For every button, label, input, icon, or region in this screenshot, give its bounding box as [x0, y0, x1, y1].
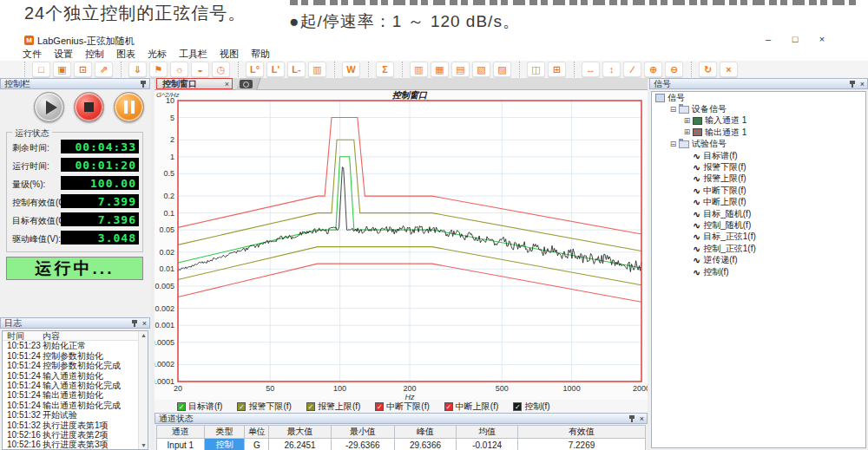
legend-checkbox-icon[interactable]: ✓ — [237, 402, 246, 411]
legend-item[interactable]: ✓中断下限(f) — [375, 401, 429, 413]
tab-close-icon[interactable]: × — [225, 79, 229, 89]
refresh-button[interactable]: ↻ — [699, 62, 717, 77]
legend-checkbox-icon[interactable]: ✓ — [513, 402, 522, 411]
channel-cell: -29.6366 — [331, 439, 394, 450]
tree-item-device-signals[interactable]: ⊟设备信号 — [652, 103, 865, 114]
cursor-horizontal-button[interactable]: ↔ — [582, 62, 600, 77]
tree-item-target-spectrum[interactable]: ∿目标谱(f) — [652, 150, 865, 161]
cursor-slope-button[interactable]: ∕ — [623, 62, 641, 77]
pause-button[interactable] — [114, 92, 144, 122]
close-button[interactable]: × — [816, 34, 828, 44]
channel-col-header: 均值 — [457, 426, 518, 439]
bar-graph-edit-button[interactable]: ▧ — [472, 62, 490, 77]
menu-item-charts[interactable]: 图表 — [116, 48, 135, 61]
tree-item-abort-lower[interactable]: ∿中断下限(f) — [652, 185, 865, 196]
collapse-icon[interactable]: ⊟ — [669, 140, 677, 148]
schedule-clock-button[interactable]: ◷ — [212, 62, 230, 77]
zoom-in-button[interactable]: ⊕ — [644, 62, 662, 77]
legend-item[interactable]: ✓目标谱(f) — [177, 401, 222, 413]
layout-windows-button[interactable]: ◫ — [527, 62, 545, 77]
menu-item-toolbars[interactable]: 工具栏 — [179, 48, 207, 61]
tree-item-inverse-transfer[interactable]: ∿逆传递(f) — [652, 254, 865, 265]
scroll-down-icon[interactable]: ▼ — [141, 442, 147, 448]
tree-item-control-sine1[interactable]: ∿控制_正弦1(f) — [652, 243, 865, 254]
pin-icon[interactable] — [849, 81, 856, 88]
log-time: 10:51:32 — [3, 410, 43, 420]
open-button[interactable]: ⊡ — [74, 62, 92, 77]
menu-item-settings[interactable]: 设置 — [54, 48, 73, 61]
settings-gear-button[interactable]: ☼ — [170, 62, 188, 77]
tree-item-control-random[interactable]: ∿控制_随机(f) — [652, 219, 865, 231]
tree-item-control-signal[interactable]: ∿控制(f) — [652, 266, 865, 277]
export-button[interactable]: ⇗ — [95, 62, 113, 77]
tree-item-target-random[interactable]: ∿目标_随机(f) — [652, 208, 865, 219]
sigma-sum-button[interactable]: Σ — [376, 62, 394, 77]
cursor-vertical-button[interactable]: ↕ — [602, 62, 621, 77]
new-file-button[interactable]: □ — [32, 62, 50, 77]
legend-checkbox-icon[interactable]: ✓ — [444, 402, 453, 411]
tree-item-label: 信号 — [667, 92, 685, 104]
copy-window-button[interactable]: ▥ — [308, 62, 326, 77]
tree-item-output-channel-1[interactable]: ⊞输出通道 1 — [652, 127, 865, 138]
start-button[interactable] — [34, 92, 64, 122]
note-rate: ●起/停速率：1 ～ 120 dB/s。 — [289, 10, 520, 33]
zoom-out-button[interactable]: ⊖ — [665, 62, 683, 77]
scroll-up-icon[interactable]: ▲ — [141, 332, 147, 338]
layout-grid-button[interactable]: ⊞ — [548, 62, 566, 77]
menu-item-view[interactable]: 视图 — [220, 48, 239, 61]
tree-item-alarm-lower[interactable]: ∿报警下限(f) — [652, 161, 865, 173]
menu-item-cursor[interactable]: 光标 — [148, 48, 167, 61]
legend-item[interactable]: ✓报警上限(f) — [306, 401, 360, 413]
tree-item-test-signals[interactable]: ⊟试验信号 — [652, 139, 865, 150]
wave-icon: ∿ — [693, 256, 700, 264]
tab-control-window[interactable]: 控制窗口 × — [156, 78, 233, 89]
close-icon[interactable]: × — [640, 415, 644, 423]
minimize-button[interactable]: – — [762, 34, 774, 44]
save-button[interactable]: ▣ — [53, 62, 71, 77]
tree-item-abort-upper[interactable]: ∿中断上限(f) — [652, 197, 865, 208]
level-prime-button[interactable]: L' — [266, 62, 285, 77]
legend-item[interactable]: ✓报警下限(f) — [237, 401, 291, 413]
bar-graph-1-button[interactable]: ▥ — [410, 62, 428, 77]
import-button[interactable]: ⇓ — [128, 62, 147, 77]
status-field: 运行时间:00:01:20 — [12, 158, 139, 172]
flag-button[interactable]: ⚑ — [149, 62, 168, 77]
tree-item-target-sine1[interactable]: ∿目标_正弦1(f) — [652, 232, 865, 243]
level-minus-button[interactable]: L- — [287, 62, 306, 77]
menu-item-help[interactable]: 帮助 — [251, 48, 270, 61]
menu-item-control[interactable]: 控制 — [85, 48, 104, 61]
collapse-icon[interactable]: ⊟ — [669, 106, 677, 114]
legend-checkbox-icon[interactable]: ✓ — [306, 402, 315, 411]
close-icon[interactable]: × — [142, 320, 147, 328]
tree-item-signals-root[interactable]: 信号 — [652, 92, 865, 103]
tree-item-label: 中断上限(f) — [703, 196, 746, 208]
word-report-button[interactable]: W — [342, 62, 360, 77]
toolbar-group-8: ↻× — [691, 62, 746, 77]
restore-button[interactable]: □ — [789, 34, 801, 44]
graph-diagonal-button[interactable]: ▨ — [493, 62, 511, 77]
bar-graph-2-icon: ▦ — [435, 65, 444, 75]
bar-graph-2-button[interactable]: ▦ — [431, 62, 449, 77]
log-scrollbar[interactable]: ▲ ▼ — [138, 331, 148, 449]
tree-item-input-channel-1[interactable]: ⊞输入通道 1 — [652, 115, 865, 127]
legend-checkbox-icon[interactable]: ✓ — [375, 402, 384, 411]
pin-icon[interactable] — [628, 415, 635, 423]
zoom-extent-button[interactable]: × — [720, 62, 738, 77]
pin-icon[interactable] — [131, 320, 138, 328]
expand-icon[interactable]: ⊞ — [683, 128, 691, 136]
close-icon[interactable]: × — [860, 81, 865, 88]
legend-item[interactable]: ✓控制(f) — [513, 401, 549, 413]
bar-graph-3-button[interactable]: ▤ — [451, 62, 470, 77]
legend-checkbox-icon[interactable]: ✓ — [177, 402, 186, 411]
legend-item[interactable]: ✓中断上限(f) — [444, 401, 498, 413]
level-degree-button[interactable]: L° — [246, 62, 264, 77]
tree-item-alarm-upper[interactable]: ∿报警上限(f) — [652, 173, 865, 185]
pin-icon[interactable] — [140, 81, 147, 88]
spectrum-disc-button[interactable]: ◒ — [191, 62, 209, 77]
expand-icon[interactable]: ⊞ — [683, 117, 691, 125]
stop-button[interactable] — [74, 92, 104, 122]
control-window-chart[interactable]: 105210.50.20.10.050.020.010.0050.0020.00… — [155, 90, 648, 400]
camera-icon[interactable] — [240, 80, 253, 88]
menu-item-file[interactable]: 文件 — [23, 48, 42, 61]
log-row: 10:52:16执行进度表第3项 — [3, 440, 138, 449]
